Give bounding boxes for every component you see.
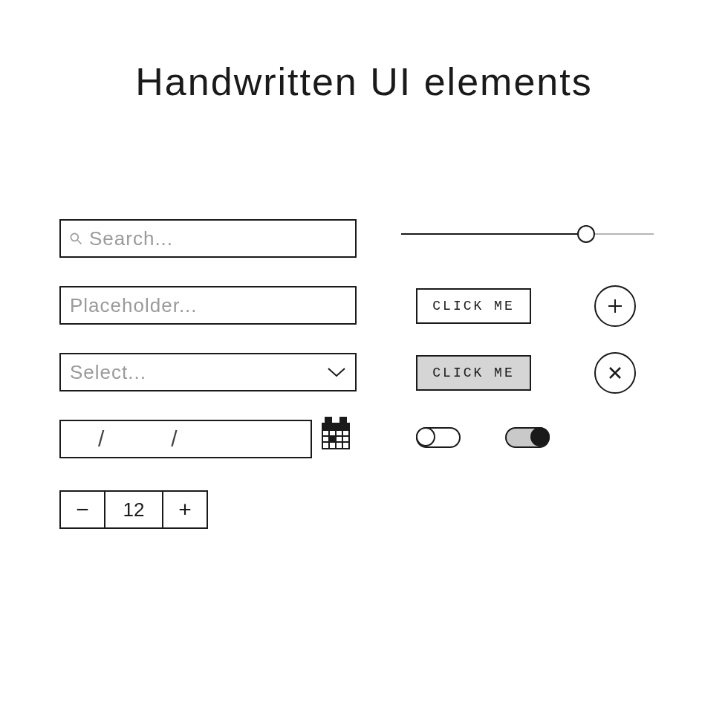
close-icon xyxy=(605,363,625,383)
date-sep-2: / xyxy=(171,426,177,452)
svg-point-0 xyxy=(71,233,78,241)
toggle-off[interactable] xyxy=(416,427,461,448)
toggle-knob xyxy=(416,427,435,446)
toggle-knob xyxy=(530,427,550,446)
search-placeholder: Search... xyxy=(89,227,173,250)
date-input[interactable]: / / xyxy=(59,420,312,458)
stepper-value: 12 xyxy=(104,490,163,529)
click-me-button[interactable]: CLICK ME xyxy=(416,288,531,324)
text-input-placeholder: Placeholder... xyxy=(70,294,198,317)
svg-rect-5 xyxy=(322,423,349,430)
click-me-button-pressed[interactable]: CLICK ME xyxy=(416,355,531,391)
plus-icon xyxy=(605,296,625,316)
text-input[interactable]: Placeholder... xyxy=(59,286,357,325)
select-placeholder: Select... xyxy=(70,361,146,384)
svg-rect-11 xyxy=(329,436,336,442)
stepper-increment-button[interactable]: + xyxy=(163,490,208,529)
svg-line-1 xyxy=(78,241,82,244)
toggle-on[interactable] xyxy=(505,427,550,448)
stepper-decrement-button[interactable]: − xyxy=(59,490,104,529)
slider[interactable] xyxy=(401,223,654,245)
search-icon xyxy=(68,231,83,246)
search-input[interactable]: Search... xyxy=(59,219,357,258)
close-button[interactable] xyxy=(594,352,636,394)
date-sep-1: / xyxy=(98,426,104,452)
add-button[interactable] xyxy=(594,285,636,327)
chevron-down-icon xyxy=(327,366,346,378)
svg-point-14 xyxy=(578,226,594,242)
page-title: Handwritten UI elements xyxy=(0,59,728,104)
calendar-icon[interactable] xyxy=(319,416,352,452)
select-input[interactable]: Select... xyxy=(59,353,357,391)
